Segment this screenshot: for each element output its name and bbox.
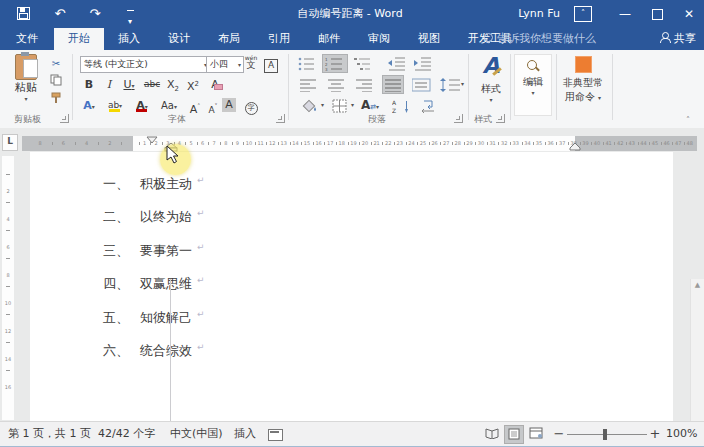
paragraph-mark-icon: ↵ — [197, 208, 205, 218]
enclose-characters-button[interactable]: 字 — [242, 98, 260, 115]
decrease-indent-button[interactable] — [386, 55, 406, 72]
zoom-out-button[interactable]: − — [552, 422, 566, 446]
macro-record-icon[interactable] — [268, 429, 283, 441]
custom-commands-button[interactable]: 非典型常 用命令 ▾ — [560, 54, 606, 104]
phonetic-guide-button[interactable]: wén 文 — [242, 55, 260, 72]
shading-button[interactable]: ▾ — [300, 97, 320, 114]
qat-customize-button[interactable]: ▾ — [119, 4, 141, 24]
ruler-tick — [348, 142, 349, 145]
ruler-number: 41 — [603, 140, 615, 146]
font-color-button[interactable]: A▾ — [133, 97, 151, 114]
tab-1[interactable]: 插入 — [104, 28, 154, 50]
font-size-select[interactable]: 小四 ▾ — [206, 56, 244, 73]
tell-me-box[interactable]: 告诉我你想要做什么 — [484, 28, 596, 50]
cut-button[interactable]: ✂ — [46, 56, 66, 71]
collapse-ribbon-button[interactable]: ˄ — [686, 116, 690, 125]
change-case-button[interactable]: Aa▾ — [160, 97, 178, 114]
share-button[interactable]: 共享 — [660, 28, 696, 50]
chevron-down-icon: ▾ — [8, 95, 44, 102]
multilevel-list-icon — [354, 57, 372, 71]
horizontal-ruler[interactable]: 1234567891011121314151617181920212223242… — [22, 136, 697, 151]
list-item-text: 统合综效 — [140, 342, 192, 360]
align-right-button[interactable] — [354, 76, 374, 93]
copy-button[interactable] — [46, 74, 66, 89]
tab-2[interactable]: 设计 — [154, 28, 204, 50]
insert-mode-indicator[interactable]: 插入 — [234, 422, 256, 446]
clipboard-dialog-launcher[interactable] — [60, 114, 69, 123]
paste-button[interactable]: 粘贴 ▾ — [8, 54, 44, 112]
vertical-ruler[interactable]: 246810121416 — [2, 156, 14, 420]
language-indicator[interactable]: 中文(中国) — [170, 422, 223, 446]
text-effects-button[interactable]: A▾ — [80, 97, 98, 114]
page-indicator[interactable]: 第 1 页，共 1 页 — [8, 422, 91, 446]
underline-button[interactable]: U▾ — [120, 76, 138, 93]
tab-5[interactable]: 邮件 — [304, 28, 354, 50]
numbering-button[interactable]: 1 2 3 — [322, 54, 348, 73]
tab-3[interactable]: 布局 — [204, 28, 254, 50]
sort-button[interactable]: AZ — [390, 97, 410, 114]
ruler-number: 31 — [487, 140, 499, 146]
ruler-tick — [522, 142, 523, 145]
clear-formatting-button[interactable]: A — [206, 76, 224, 93]
shrink-font-button[interactable]: A˅ — [204, 97, 222, 114]
undo-button[interactable]: ↶ — [49, 4, 71, 24]
increase-indent-button[interactable] — [412, 55, 432, 72]
asian-layout-button[interactable]: A⇄▾ — [358, 97, 382, 114]
list-item-number: 一、 — [103, 175, 129, 193]
tab-7[interactable]: 视图 — [404, 28, 454, 50]
paragraph-dialog-launcher[interactable] — [454, 114, 463, 123]
word-count[interactable]: 42/42 个字 — [98, 422, 155, 446]
tab-file[interactable]: 文件 — [0, 28, 54, 50]
character-shading-button[interactable]: A — [222, 98, 236, 112]
line-spacing-button[interactable]: ▾ — [438, 76, 464, 93]
editing-button[interactable]: 编辑 ▾ — [514, 54, 552, 116]
format-painter-button[interactable] — [46, 92, 66, 107]
right-indent-marker[interactable] — [569, 143, 581, 151]
show-marks-button[interactable] — [418, 97, 438, 114]
ruler-tick — [324, 142, 325, 145]
web-layout-button[interactable] — [526, 425, 546, 444]
multilevel-list-button[interactable] — [352, 55, 372, 72]
character-border-button[interactable]: A — [262, 56, 280, 73]
borders-button[interactable]: ▾ — [330, 97, 350, 114]
ruler-tick — [232, 142, 233, 145]
close-button[interactable]: ✕ — [674, 0, 704, 28]
font-name-value: 等线 (中文正文) — [84, 59, 148, 69]
justify-button[interactable] — [382, 75, 404, 94]
ruler-tick — [301, 142, 302, 145]
ribbon-display-options-button[interactable]: ˄ — [574, 6, 592, 22]
strikethrough-button[interactable]: abc — [143, 76, 161, 93]
tab-stop-selector[interactable]: L — [2, 134, 18, 151]
redo-button[interactable]: ↷ — [84, 4, 106, 24]
font-name-select[interactable]: 等线 (中文正文) ▾ — [80, 56, 210, 73]
user-account[interactable]: Lynn Fu — [518, 0, 560, 28]
zoom-level[interactable]: 100% — [666, 422, 697, 446]
print-layout-button[interactable] — [504, 425, 524, 444]
first-line-indent-marker[interactable] — [146, 136, 158, 144]
superscript-button[interactable]: X2 — [184, 76, 202, 93]
ruler-number: 24 — [405, 140, 417, 146]
font-dialog-launcher[interactable] — [276, 114, 285, 123]
styles-dialog-launcher[interactable] — [496, 114, 505, 123]
bold-button[interactable]: B — [80, 76, 98, 93]
subscript-button[interactable]: X2 — [164, 76, 182, 93]
grow-font-button[interactable]: A˄ — [186, 97, 204, 114]
svg-text:Z: Z — [392, 107, 396, 113]
maximize-button[interactable] — [642, 0, 672, 28]
zoom-in-button[interactable]: + — [648, 422, 662, 446]
distribute-button[interactable] — [410, 76, 430, 93]
tab-6[interactable]: 审阅 — [354, 28, 404, 50]
styles-button[interactable]: A 样式 ▾ — [472, 54, 510, 103]
tab-0[interactable]: 开始 — [54, 28, 104, 50]
zoom-slider-thumb[interactable] — [603, 429, 607, 440]
tab-4[interactable]: 引用 — [254, 28, 304, 50]
minimize-button[interactable]: — — [610, 0, 640, 28]
align-left-button[interactable] — [298, 76, 318, 93]
bullets-button[interactable] — [296, 55, 316, 72]
read-mode-button[interactable] — [482, 425, 502, 444]
text-highlight-button[interactable]: ab▾ — [106, 97, 124, 114]
zoom-slider-track[interactable] — [567, 434, 647, 435]
save-button[interactable] — [12, 4, 34, 24]
italic-button[interactable]: I — [100, 76, 118, 93]
align-center-button[interactable] — [326, 76, 346, 93]
